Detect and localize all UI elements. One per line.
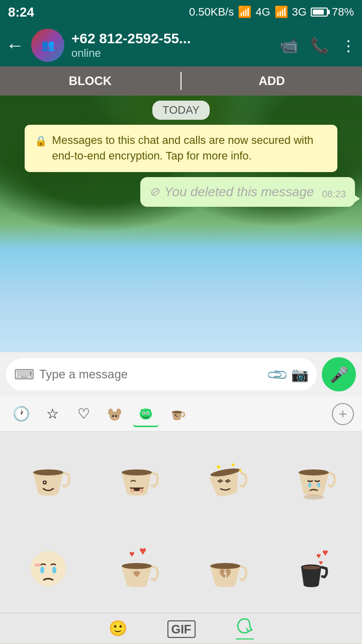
svg-text:♥: ♥ <box>139 546 146 557</box>
svg-text:♥: ♥ <box>322 547 328 558</box>
message-time: 08:23 <box>322 189 346 200</box>
sticker-tab-favorites[interactable]: ☆ <box>39 401 65 427</box>
keyboard-bottom-row: 🙂 GIF <box>0 613 362 643</box>
chat-messages: TODAY 🔒 Messages to this chat and calls … <box>0 96 362 212</box>
svg-point-31 <box>52 567 56 574</box>
deleted-message-icon: ⊘ <box>149 185 159 199</box>
sticker-item[interactable] <box>97 440 177 520</box>
svg-rect-32 <box>35 564 41 567</box>
sticker-item[interactable]: ♥ ♥ <box>97 528 177 609</box>
action-bar: BLOCK ADD <box>0 66 362 96</box>
chat-header: ← 👥 +62 812-2592-55... online 📹 📞 ⋮ <box>0 24 362 66</box>
sticker-tab-recent[interactable]: 🕐 <box>8 401 34 427</box>
svg-point-29 <box>31 551 66 586</box>
svg-point-28 <box>304 495 324 500</box>
svg-point-13 <box>172 411 182 413</box>
svg-rect-11 <box>141 409 143 412</box>
sticker-item[interactable] <box>185 528 265 609</box>
signal-4g: 📶 <box>238 6 251 19</box>
svg-point-2 <box>116 409 121 416</box>
signal-label-3g: 3G <box>292 6 307 19</box>
header-action-icons: 📹 📞 ⋮ <box>280 37 356 54</box>
svg-text:✦: ✦ <box>215 463 222 471</box>
sticker-panel: 🕐 ☆ ♡ <box>0 396 362 643</box>
sticker-keyboard-icon[interactable] <box>236 617 254 639</box>
emoji-keyboard-icon[interactable]: 🙂 <box>109 619 127 637</box>
sticker-item[interactable]: ♥ ♥ ♥ <box>274 528 354 609</box>
svg-point-10 <box>147 413 149 414</box>
date-badge: TODAY <box>152 101 210 120</box>
svg-point-36 <box>210 563 240 569</box>
block-button[interactable]: BLOCK <box>0 66 180 96</box>
video-call-icon[interactable]: 📹 <box>280 37 298 54</box>
svg-text:♥: ♥ <box>319 558 323 567</box>
svg-point-35 <box>122 563 152 569</box>
contact-name: +62 812-2592-55... <box>71 31 273 47</box>
contact-avatar[interactable]: 👥 <box>31 29 64 62</box>
status-bar: 8:24 0.50KB/s 📶 4G 📶 3G 78% <box>0 0 362 24</box>
svg-point-15 <box>33 469 63 475</box>
svg-point-41 <box>302 566 320 570</box>
svg-text:✦: ✦ <box>230 461 236 469</box>
svg-point-14 <box>175 414 176 416</box>
back-button[interactable]: ← <box>6 35 24 56</box>
svg-text:♥: ♥ <box>129 549 135 559</box>
gif-keyboard-button[interactable]: GIF <box>167 620 196 637</box>
battery-percent: 78% <box>332 6 354 19</box>
voice-call-icon[interactable]: 📞 <box>310 37 329 54</box>
contact-status: online <box>71 47 273 60</box>
svg-point-30 <box>40 567 44 574</box>
sticker-tab-add[interactable]: + <box>332 403 354 425</box>
svg-point-27 <box>317 482 320 488</box>
sticker-item[interactable] <box>8 528 88 609</box>
keyboard-icon[interactable]: ⌨ <box>14 366 34 383</box>
svg-point-17 <box>44 482 46 484</box>
signal-3g: 📶 <box>275 6 288 19</box>
message-input[interactable] <box>39 358 263 390</box>
security-text: Messages to this chat and calls are now … <box>52 133 328 164</box>
deleted-message-bubble: ⊘ You deleted this message 08:23 <box>140 177 355 207</box>
svg-point-20 <box>139 489 143 493</box>
svg-point-4 <box>115 415 117 417</box>
sticker-tab-dog[interactable] <box>102 401 128 427</box>
attach-icon[interactable]: 📎 <box>265 362 289 386</box>
svg-point-1 <box>108 409 113 416</box>
svg-point-5 <box>113 417 116 419</box>
svg-text:✦: ✦ <box>238 467 243 474</box>
svg-point-26 <box>308 482 311 488</box>
security-notice[interactable]: 🔒 Messages to this chat and calls are no… <box>25 125 338 172</box>
network-speed: 0.50KB/s <box>189 6 234 19</box>
sticker-tab-monster[interactable] <box>133 401 159 427</box>
add-button[interactable]: ADD <box>182 66 362 96</box>
time: 8:24 <box>8 5 34 20</box>
sticker-tab-coffee[interactable] <box>164 401 190 427</box>
sticker-grid: ✦ ✦ ✦ <box>0 432 362 613</box>
input-area: ⌨ 📎 📷 🎤 <box>0 352 362 396</box>
contact-info[interactable]: +62 812-2592-55... online <box>71 31 273 60</box>
message-input-box: ⌨ 📎 📷 <box>6 358 317 390</box>
lock-icon: 🔒 <box>35 134 47 148</box>
sticker-tabs: 🕐 ☆ ♡ <box>0 396 362 432</box>
svg-point-18 <box>122 469 152 475</box>
svg-point-19 <box>130 489 134 493</box>
svg-rect-12 <box>149 409 151 412</box>
deleted-message-text: You deleted this message <box>164 184 314 200</box>
chat-area: TODAY 🔒 Messages to this chat and calls … <box>0 96 362 352</box>
sticker-tab-heart[interactable]: ♡ <box>70 401 97 427</box>
battery-icon <box>311 8 328 17</box>
sticker-item[interactable]: ✦ ✦ ✦ <box>185 440 265 520</box>
sticker-item[interactable] <box>274 440 354 520</box>
status-icons: 0.50KB/s 📶 4G 📶 3G 78% <box>189 6 354 19</box>
more-options-icon[interactable]: ⋮ <box>341 37 356 54</box>
sticker-item[interactable] <box>8 440 88 520</box>
svg-point-3 <box>112 415 114 417</box>
camera-icon[interactable]: 📷 <box>291 366 309 383</box>
signal-label-4g: 4G <box>255 6 270 19</box>
svg-point-9 <box>143 413 145 414</box>
svg-point-25 <box>299 469 329 475</box>
mic-button[interactable]: 🎤 <box>322 357 356 391</box>
